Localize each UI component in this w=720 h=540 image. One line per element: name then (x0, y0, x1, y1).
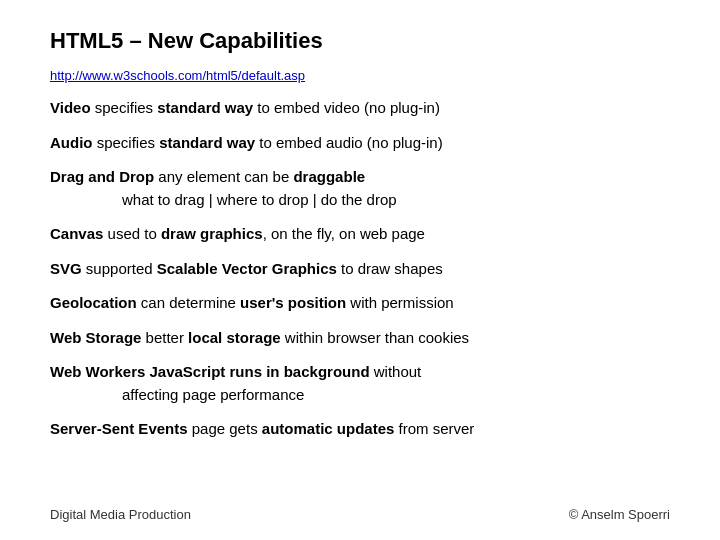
link-line: http://www.w3schools.com/html5/default.a… (50, 66, 670, 83)
page-title: HTML5 – New Capabilities (50, 28, 670, 54)
page-container: HTML5 – New Capabilities http://www.w3sc… (0, 0, 720, 473)
feature-name-svg: SVG (50, 260, 82, 277)
feature-name-canvas: Canvas (50, 225, 103, 242)
feature-normal-audio: specifies (93, 134, 160, 151)
feature-normal-video: specifies (91, 99, 158, 116)
feature-normal-geolocation: can determine (137, 294, 240, 311)
feature-name-video: Video (50, 99, 91, 116)
feature-indent-web-workers: affecting page performance (122, 384, 670, 407)
feature-item-video: Video specifies standard way to embed vi… (50, 97, 670, 120)
feature-name-geolocation: Geolocation (50, 294, 137, 311)
feature-item-web-storage: Web Storage better local storage within … (50, 327, 670, 350)
feature-after-audio: to embed audio (no plug-in) (255, 134, 443, 151)
feature-after-web-storage: within browser than cookies (281, 329, 469, 346)
feature-item-geolocation: Geolocation can determine user's positio… (50, 292, 670, 315)
feature-after-geolocation: with permission (346, 294, 454, 311)
feature-bold-web-storage: local storage (188, 329, 281, 346)
feature-bold-svg: Scalable Vector Graphics (157, 260, 337, 277)
feature-after-video: to embed video (no plug-in) (253, 99, 440, 116)
feature-bold-web-workers: JavaScript runs in background (149, 363, 369, 380)
feature-after-canvas: , on the fly, on web page (263, 225, 425, 242)
feature-after-web-workers: without (370, 363, 422, 380)
feature-normal-server-sent: page gets (188, 420, 262, 437)
feature-after-svg: to draw shapes (337, 260, 443, 277)
features-container: Video specifies standard way to embed vi… (50, 97, 670, 441)
feature-item-canvas: Canvas used to draw graphics, on the fly… (50, 223, 670, 246)
feature-indent-drag-drop: what to drag | where to drop | do the dr… (122, 189, 670, 212)
feature-name-web-workers: Web Workers (50, 363, 145, 380)
feature-bold-geolocation: user's position (240, 294, 346, 311)
footer: Digital Media Production © Anselm Spoerr… (50, 507, 670, 522)
feature-bold-canvas: draw graphics (161, 225, 263, 242)
feature-after-server-sent: from server (394, 420, 474, 437)
feature-item-web-workers: Web Workers JavaScript runs in backgroun… (50, 361, 670, 406)
feature-normal-canvas: used to (103, 225, 161, 242)
footer-right: © Anselm Spoerri (569, 507, 670, 522)
feature-name-drag-drop: Drag and Drop (50, 168, 154, 185)
feature-item-drag-drop: Drag and Drop any element can be draggab… (50, 166, 670, 211)
feature-name-audio: Audio (50, 134, 93, 151)
feature-name-server-sent: Server-Sent Events (50, 420, 188, 437)
feature-normal-web-storage: better (141, 329, 188, 346)
reference-link[interactable]: http://www.w3schools.com/html5/default.a… (50, 68, 305, 83)
feature-bold-video: standard way (157, 99, 253, 116)
feature-normal-svg: supported (82, 260, 157, 277)
feature-name-web-storage: Web Storage (50, 329, 141, 346)
feature-item-audio: Audio specifies standard way to embed au… (50, 132, 670, 155)
feature-bold-drag-drop: draggable (293, 168, 365, 185)
footer-left: Digital Media Production (50, 507, 191, 522)
feature-bold-audio: standard way (159, 134, 255, 151)
feature-item-svg: SVG supported Scalable Vector Graphics t… (50, 258, 670, 281)
feature-normal-drag-drop: any element can be (154, 168, 293, 185)
feature-item-server-sent: Server-Sent Events page gets automatic u… (50, 418, 670, 441)
feature-bold-server-sent: automatic updates (262, 420, 395, 437)
